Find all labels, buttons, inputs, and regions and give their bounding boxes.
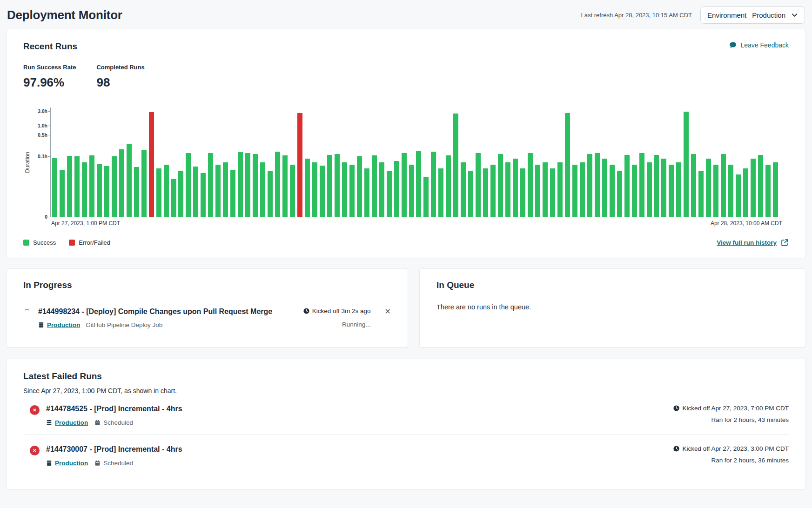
chart-bar-success[interactable] bbox=[602, 159, 607, 217]
chart-bar-success[interactable] bbox=[773, 162, 778, 217]
chart-bar-success[interactable] bbox=[468, 171, 473, 217]
chart-bar-success[interactable] bbox=[230, 170, 235, 217]
chart-bar-success[interactable] bbox=[572, 165, 577, 217]
chart-bar-success[interactable] bbox=[461, 162, 466, 217]
chart-bar-success[interactable] bbox=[505, 162, 510, 217]
chart-bar-success[interactable] bbox=[743, 168, 748, 217]
chart-bar-success[interactable] bbox=[624, 155, 630, 217]
chart-bar-success[interactable] bbox=[186, 153, 191, 217]
chart-bar-success[interactable] bbox=[595, 153, 600, 217]
chart-bar-success[interactable] bbox=[268, 171, 273, 217]
chart-bar-success[interactable] bbox=[446, 155, 451, 217]
chart-bar-success[interactable] bbox=[74, 156, 80, 217]
chart-bar-success[interactable] bbox=[513, 159, 518, 217]
chart-bar-success[interactable] bbox=[141, 150, 147, 217]
chart-bar-success[interactable] bbox=[364, 168, 369, 217]
chart-bar-success[interactable] bbox=[423, 177, 429, 217]
chart-bar-success[interactable] bbox=[208, 153, 213, 217]
chart-bar-success[interactable] bbox=[528, 153, 533, 217]
view-full-run-history-link[interactable]: View full run history bbox=[717, 239, 789, 247]
chart-bar-success[interactable] bbox=[238, 152, 243, 217]
chart-bar-success[interactable] bbox=[305, 159, 310, 217]
chart-bar-success[interactable] bbox=[253, 154, 258, 217]
chart-bar-success[interactable] bbox=[632, 165, 637, 217]
chart-bar-success[interactable] bbox=[335, 154, 340, 217]
chart-bar-error[interactable] bbox=[297, 113, 302, 217]
chart-bar-success[interactable] bbox=[171, 179, 176, 217]
chart-bar-success[interactable] bbox=[416, 151, 421, 217]
chart-bar-success[interactable] bbox=[82, 162, 87, 217]
chart-bar-success[interactable] bbox=[275, 152, 280, 217]
chart-bar-success[interactable] bbox=[394, 161, 399, 217]
chart-bar-success[interactable] bbox=[349, 165, 355, 217]
chart-bar-success[interactable] bbox=[134, 167, 139, 217]
chart-bar-success[interactable] bbox=[201, 173, 206, 217]
chart-bar-success[interactable] bbox=[736, 174, 741, 217]
chart-bar-success[interactable] bbox=[617, 171, 622, 217]
chart-bar-success[interactable] bbox=[669, 165, 674, 217]
chart-bar-success[interactable] bbox=[698, 171, 704, 217]
chart-bar-success[interactable] bbox=[387, 171, 392, 217]
chart-bar-success[interactable] bbox=[127, 144, 132, 217]
chart-bar-success[interactable] bbox=[543, 162, 548, 217]
chart-bar-success[interactable] bbox=[372, 155, 377, 217]
chart-bar-success[interactable] bbox=[535, 165, 540, 217]
chart-bar-success[interactable] bbox=[223, 162, 228, 217]
environment-link[interactable]: Production bbox=[46, 460, 88, 467]
chart-bar-success[interactable] bbox=[193, 167, 198, 217]
chart-bar-success[interactable] bbox=[520, 168, 525, 217]
chart-bar-success[interactable] bbox=[721, 154, 726, 217]
chart-bar-success[interactable] bbox=[498, 154, 503, 217]
chart-bar-success[interactable] bbox=[342, 162, 347, 217]
chart-bar-success[interactable] bbox=[706, 159, 711, 217]
chart-bar-success[interactable] bbox=[379, 162, 384, 217]
chart-bar-success[interactable] bbox=[156, 168, 161, 217]
chart-bar-success[interactable] bbox=[565, 113, 570, 217]
chart-bar-success[interactable] bbox=[282, 155, 288, 217]
chart-bar-success[interactable] bbox=[104, 166, 109, 217]
chart-bar-success[interactable] bbox=[483, 168, 488, 217]
chart-bar-success[interactable] bbox=[713, 165, 718, 217]
chart-bar-success[interactable] bbox=[97, 164, 102, 217]
chart-bar-success[interactable] bbox=[60, 170, 65, 217]
chart-bar-success[interactable] bbox=[402, 153, 407, 217]
chart-bar-success[interactable] bbox=[765, 165, 771, 217]
environment-link[interactable]: Production bbox=[38, 321, 80, 328]
chart-bar-success[interactable] bbox=[431, 152, 436, 217]
chart-bar-success[interactable] bbox=[327, 155, 332, 217]
chart-bar-success[interactable] bbox=[490, 165, 496, 217]
chart-bar-success[interactable] bbox=[557, 162, 563, 217]
chart-bar-success[interactable] bbox=[751, 159, 756, 217]
chart-bar-success[interactable] bbox=[676, 162, 681, 217]
leave-feedback-link[interactable]: Leave Feedback bbox=[729, 41, 789, 49]
chart-bar-success[interactable] bbox=[119, 149, 124, 217]
chart-bar-success[interactable] bbox=[758, 155, 763, 217]
chart-bar-success[interactable] bbox=[312, 162, 317, 217]
chart-bar-success[interactable] bbox=[409, 165, 414, 217]
chart-bar-success[interactable] bbox=[684, 112, 689, 217]
environment-link[interactable]: Production bbox=[46, 419, 88, 426]
chart-bar-success[interactable] bbox=[610, 165, 615, 217]
chart-bar-success[interactable] bbox=[728, 165, 733, 217]
chart-bar-success[interactable] bbox=[661, 159, 666, 217]
chart-bar-success[interactable] bbox=[215, 165, 221, 217]
chart-bar-success[interactable] bbox=[476, 153, 481, 217]
chart-bar-success[interactable] bbox=[164, 165, 169, 217]
close-icon[interactable]: ✕ bbox=[385, 308, 391, 315]
chart-bar-success[interactable] bbox=[112, 156, 117, 217]
chart-bar-error[interactable] bbox=[149, 112, 154, 217]
environment-dropdown[interactable]: Environment Production bbox=[700, 7, 805, 24]
chart-bar-success[interactable] bbox=[320, 166, 325, 217]
chart-bar-success[interactable] bbox=[52, 158, 57, 217]
chart-bar-success[interactable] bbox=[550, 168, 555, 217]
chart-bar-success[interactable] bbox=[89, 155, 94, 217]
chart-bar-success[interactable] bbox=[178, 171, 183, 217]
chart-bar-success[interactable] bbox=[245, 153, 250, 217]
chart-bar-success[interactable] bbox=[260, 162, 265, 217]
chart-bar-success[interactable] bbox=[453, 114, 458, 217]
chart-bar-success[interactable] bbox=[438, 168, 443, 217]
chart-bar-success[interactable] bbox=[290, 165, 295, 217]
chart-bar-success[interactable] bbox=[639, 153, 644, 217]
chart-bar-success[interactable] bbox=[587, 154, 592, 217]
chart-bar-success[interactable] bbox=[647, 162, 652, 217]
